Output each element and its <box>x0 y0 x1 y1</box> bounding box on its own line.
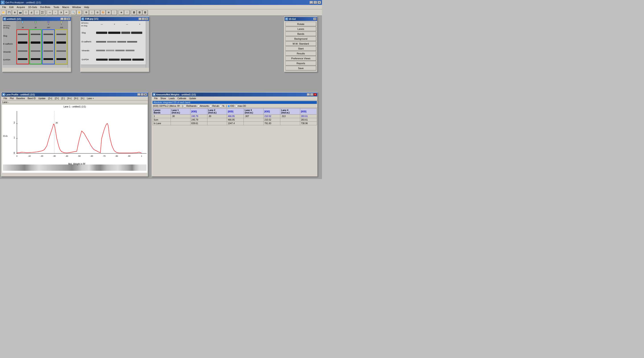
tool-box[interactable]: □ <box>34 10 40 15</box>
menu-acquire[interactable]: Acquire <box>16 6 26 9</box>
tool-magnify[interactable]: 🔍 <box>71 10 76 15</box>
amounts-table-container[interactable]: Lanes:Bands Lane 1(mol.w.) [IOD] Lane 2(… <box>152 108 317 125</box>
tool-lines[interactable]: ⦿ <box>84 10 89 15</box>
am-menu-update[interactable]: Update <box>188 97 197 100</box>
menu-macro[interactable]: Macro <box>61 6 70 9</box>
lp-menu-zminus[interactable]: [Z-] <box>60 97 66 100</box>
lp-menu-xplus[interactable]: [X+] <box>66 97 72 100</box>
lane-profile-close[interactable]: ✕ <box>144 93 147 96</box>
gel-win-title-text: untitled1 (1/1) <box>7 18 21 20</box>
btn-bands[interactable]: Bands <box>286 32 316 36</box>
amounts-win-max[interactable]: □ <box>310 93 313 96</box>
lp-menu-plot[interactable]: Plot <box>9 97 15 100</box>
menu-tools[interactable]: Tools <box>52 6 61 9</box>
band-2-3 <box>31 50 40 52</box>
lp-menu-baseline[interactable]: Baseline <box>15 97 26 100</box>
maximize-btn[interactable]: □ <box>314 1 317 4</box>
panel-close-btn[interactable]: ✕ <box>313 18 316 20</box>
menu-edit[interactable]: Edit <box>8 6 15 9</box>
gel-win-scrollbar-v[interactable] <box>68 21 71 68</box>
tool-open[interactable]: 📂 <box>1 10 6 15</box>
menu-help[interactable]: Help <box>83 6 90 9</box>
tool-color[interactable]: 🎨 <box>100 10 106 15</box>
gel-win-min[interactable]: _ <box>60 18 64 20</box>
tool-shape1[interactable]: ⬠ <box>23 10 28 15</box>
btn-rotate[interactable]: Rotate <box>286 22 316 26</box>
tool-arrow[interactable]: ↕ <box>89 10 94 15</box>
btn-reports[interactable]: Reports <box>286 61 316 66</box>
lp-menu-file[interactable]: File <box>2 97 8 100</box>
btn-slant[interactable]: Slant <box>286 46 316 51</box>
lane-profile-max[interactable]: □ <box>141 93 144 96</box>
panel-1dgel-title[interactable]: ⊞ 1D-Gel ✕ <box>284 17 317 21</box>
gel-win-scrollbar-h[interactable] <box>3 65 68 68</box>
lp-menu-zplus[interactable]: [Z+] <box>47 97 53 100</box>
lp-menu-zeq[interactable]: [Z=] <box>54 97 60 100</box>
btn-lanes[interactable]: Lanes <box>286 27 316 31</box>
amounts-win-title[interactable]: ▣ Amounts/Mol.Weights - untitled1 (1/1) … <box>152 92 317 96</box>
band-strip <box>3 164 146 171</box>
example-win-min[interactable]: _ <box>138 18 142 20</box>
example-scrollbar-v[interactable] <box>146 21 149 68</box>
btn-results[interactable]: Results <box>286 51 316 56</box>
example-win-close[interactable]: ✕ <box>145 18 148 20</box>
lp-menu-xminus[interactable]: [X-] <box>80 97 86 100</box>
tool-curve[interactable]: ◔ <box>58 10 64 15</box>
radio-maxod[interactable]: max.OD <box>235 105 246 107</box>
tool-camera[interactable]: 📷 <box>18 10 23 15</box>
btn-save[interactable]: Save <box>286 66 316 70</box>
am-menu-show[interactable]: Show <box>159 97 167 100</box>
tool-grid[interactable]: ⊞ <box>12 10 18 15</box>
radio-relab[interactable]: Rel.ab <box>210 105 219 107</box>
gel-win-max[interactable]: □ <box>64 18 67 20</box>
am-menu-file[interactable]: File <box>153 97 159 100</box>
lane-profile-title[interactable]: ▣ Lane Profile - untitled1 (1/1) _ □ ✕ <box>2 92 148 96</box>
gel-win-title[interactable]: ⊞ untitled1 (1/1) _ □ ✕ <box>3 17 71 21</box>
tool-dots[interactable]: :: <box>112 10 117 15</box>
example-scrollbar-h[interactable] <box>81 65 146 68</box>
btn-background[interactable]: Background <box>286 36 316 41</box>
example-win-max[interactable]: □ <box>142 18 145 20</box>
lp-menu-bandid[interactable]: Band ID <box>26 97 37 100</box>
tool-pencil[interactable]: ✏ <box>64 10 69 15</box>
menu-1dgels[interactable]: 1D-Gels <box>27 6 38 9</box>
workspace: ⊞ 1D-Gel ✕ Rotate Lanes Bands Background… <box>0 16 322 179</box>
btn-preference-views[interactable]: Preference Views <box>286 56 316 61</box>
tool-target[interactable]: ⊕ <box>119 10 124 15</box>
tool-bands[interactable]: ⊟ <box>95 10 100 15</box>
menu-file[interactable]: File <box>1 6 8 9</box>
tool-save[interactable]: 💾 <box>6 10 12 15</box>
tool-print[interactable]: 🖨 <box>29 10 34 15</box>
lp-menu-laneplus[interactable]: Lane + <box>86 97 95 100</box>
amounts-win-close[interactable]: ✕ <box>314 93 317 96</box>
tool-img3[interactable]: 🖼 <box>142 10 148 15</box>
radio-amounts[interactable]: Amounts <box>197 105 209 107</box>
lane-profile-min[interactable]: _ <box>137 93 140 96</box>
radio-iod[interactable]: IOD <box>228 105 234 107</box>
close-btn[interactable]: ✕ <box>318 1 321 4</box>
radio-relbands[interactable]: Rel/bands <box>184 105 196 107</box>
am-menu-calibrate[interactable]: Calibrate <box>176 97 187 100</box>
table-row-1: 1 .30 245.79 .30 466.95 .307 210.52 .313… <box>153 114 317 118</box>
tool-dots2[interactable]: ⁞ <box>124 10 130 15</box>
tool-grid2[interactable]: ⊞ <box>106 10 111 15</box>
example-win-title[interactable]: ⊞ 示例.jpg (1/1) _ □ ✕ <box>81 17 149 21</box>
am-menu-loads[interactable]: Loads <box>168 97 176 100</box>
tool-circle[interactable]: ○ <box>53 10 58 15</box>
band-2-4 <box>31 58 40 60</box>
tool-neu[interactable]: NEUAOI <box>40 10 45 15</box>
amounts-win-min[interactable]: _ <box>307 93 310 96</box>
btn-mw-standard[interactable]: M.W. Standard <box>286 42 316 46</box>
tool-hand[interactable]: ✋ <box>76 10 82 15</box>
tool-img2[interactable]: 🖼 <box>137 10 142 15</box>
tool-rect[interactable]: ▭ <box>47 10 52 15</box>
svg-text:1: 1 <box>14 136 15 139</box>
menu-window[interactable]: Window <box>71 6 82 9</box>
menu-dotblots[interactable]: Dot-Blots <box>39 6 52 9</box>
radio-percent[interactable]: % <box>220 105 224 107</box>
minimize-btn[interactable]: _ <box>310 1 313 4</box>
tool-img1[interactable]: 🖼 <box>131 10 137 15</box>
gel-win-close[interactable]: ✕ <box>67 18 70 20</box>
lp-menu-xeq[interactable]: [X=] <box>73 97 79 100</box>
lp-menu-update[interactable]: Update <box>37 97 46 100</box>
